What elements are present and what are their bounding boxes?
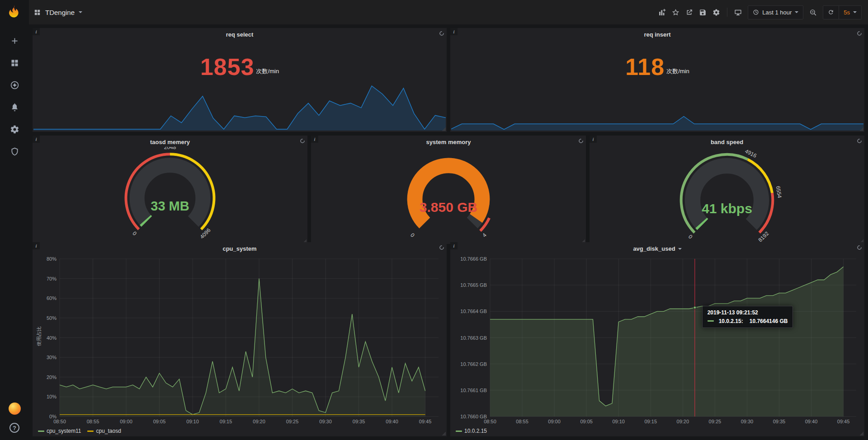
refresh-button[interactable] — [823, 6, 839, 19]
time-range-label: Last 1 hour — [762, 9, 792, 16]
svg-text:0: 0 — [131, 230, 138, 237]
info-icon[interactable]: i — [33, 28, 40, 35]
info-icon[interactable]: i — [450, 242, 458, 249]
panel-title-text: cpu_system — [222, 245, 256, 252]
svg-text:10.7662 GB: 10.7662 GB — [460, 361, 487, 367]
refresh-interval-label: 5s — [844, 9, 850, 16]
tooltip-series-name: 10.0.2.15: — [719, 318, 743, 324]
panel-title[interactable]: req insert — [450, 28, 864, 39]
dashboards-grid-icon[interactable] — [10, 58, 19, 68]
svg-text:09:20: 09:20 — [677, 419, 689, 424]
svg-text:09:30: 09:30 — [741, 419, 754, 424]
refresh-interval-caret-icon — [853, 11, 857, 13]
time-picker-button[interactable]: Last 1 hour — [748, 6, 803, 19]
svg-text:09:25: 09:25 — [286, 419, 299, 424]
svg-text:09:40: 09:40 — [805, 419, 818, 424]
svg-text:3.850 GB: 3.850 GB — [420, 200, 477, 215]
legend-item[interactable]: cpu_system11 — [38, 428, 81, 434]
user-avatar[interactable] — [9, 403, 21, 415]
alerting-bell-icon[interactable] — [10, 103, 19, 112]
panel-title-text: req select — [226, 31, 254, 38]
settings-gear-icon[interactable] — [712, 9, 720, 16]
svg-text:09:25: 09:25 — [709, 419, 722, 424]
legend-item[interactable]: 10.0.2.15 — [456, 428, 487, 434]
svg-text:30%: 30% — [47, 355, 57, 360]
legend-item[interactable]: cpu_taosd — [87, 428, 121, 434]
panel-title[interactable]: cpu_system — [33, 242, 447, 253]
panel-loading-icon — [439, 30, 444, 35]
svg-text:09:10: 09:10 — [612, 419, 625, 424]
time-picker[interactable]: Last 1 hour — [748, 5, 803, 19]
svg-text:40%: 40% — [47, 335, 57, 341]
zoom-out-icon[interactable] — [809, 9, 817, 16]
chart-legend: cpu_system11cpu_taosd — [33, 426, 447, 436]
panel-title[interactable]: system memory — [311, 136, 586, 147]
svg-text:08:55: 08:55 — [87, 419, 99, 424]
svg-text:09:35: 09:35 — [773, 419, 786, 424]
panel-title-text: taosd memery — [150, 139, 190, 145]
panel-title[interactable]: band speed — [590, 136, 864, 147]
panel-loading-icon — [439, 244, 444, 249]
panel-menu-caret-icon[interactable] — [678, 248, 682, 250]
explore-compass-icon[interactable] — [10, 80, 19, 90]
refresh-interval-picker[interactable]: 5s — [839, 6, 861, 19]
stat-unit: 次数/min — [666, 67, 689, 79]
panel-title[interactable]: taosd memery — [33, 136, 307, 147]
save-icon[interactable] — [699, 9, 707, 16]
svg-text:08:55: 08:55 — [516, 419, 528, 424]
info-icon[interactable]: i — [33, 242, 40, 249]
share-icon[interactable] — [685, 9, 693, 16]
svg-text:50%: 50% — [47, 315, 57, 321]
info-icon[interactable]: i — [590, 136, 597, 143]
sparkline-chart — [451, 81, 863, 131]
grafana-logo[interactable] — [0, 0, 29, 24]
dashboard-title[interactable]: TDengine — [45, 9, 75, 16]
svg-text:09:15: 09:15 — [220, 419, 232, 424]
create-plus-icon[interactable] — [10, 36, 19, 46]
time-series-chart[interactable]: 2019-11-13 09:21:52 10.0.2.15: 10.766414… — [452, 254, 862, 426]
refresh-icon — [828, 9, 834, 15]
add-panel-icon[interactable] — [658, 9, 666, 16]
svg-text:10.7663 GB: 10.7663 GB — [460, 335, 487, 341]
info-icon[interactable]: i — [33, 136, 40, 143]
tv-mode-icon[interactable] — [734, 9, 742, 16]
info-icon[interactable]: i — [311, 136, 318, 143]
gauge-chart: 049166554819241 kbps — [590, 147, 864, 244]
time-series-chart[interactable]: 使用占比 0%10%20%30%40%50%60%70%80%08:5008:5… — [34, 254, 444, 426]
svg-text:09:20: 09:20 — [253, 419, 265, 424]
configuration-gear-icon[interactable] — [10, 125, 19, 134]
sidebar-bottom: ? — [9, 403, 21, 433]
singlestat-value-group: 118 次数/min — [450, 55, 864, 79]
chart-tooltip: 2019-11-13 09:21:52 10.0.2.15: 10.766414… — [702, 306, 793, 328]
panel-loading-icon — [857, 30, 862, 35]
svg-text:09:45: 09:45 — [837, 419, 850, 424]
panel-loading-icon — [857, 137, 862, 143]
dashboard-grid-icon[interactable] — [33, 9, 41, 16]
info-icon[interactable]: i — [450, 28, 458, 35]
stat-unit: 次数/min — [256, 67, 279, 79]
dashboard-caret-icon[interactable] — [79, 11, 82, 13]
star-icon[interactable] — [672, 9, 679, 16]
svg-text:10%: 10% — [47, 394, 57, 399]
help-icon[interactable]: ? — [9, 423, 19, 433]
stat-value: 1853 — [200, 55, 255, 79]
refresh-group: 5s — [823, 5, 862, 19]
svg-text:41 kbps: 41 kbps — [702, 201, 752, 216]
svg-text:20%: 20% — [47, 374, 57, 380]
gauge-chart: 043.850 GB — [311, 147, 586, 244]
panel-title[interactable]: avg_disk_used — [450, 242, 864, 253]
svg-text:10.7665 GB: 10.7665 GB — [460, 282, 487, 288]
server-admin-shield-icon[interactable] — [10, 147, 19, 156]
svg-text:09:40: 09:40 — [386, 419, 398, 424]
svg-text:0: 0 — [687, 234, 694, 240]
stat-value: 118 — [625, 55, 665, 79]
svg-text:10.7661 GB: 10.7661 GB — [460, 388, 487, 393]
svg-text:09:30: 09:30 — [319, 419, 332, 424]
legend-color-dash — [456, 431, 462, 432]
y-axis-label: 使用占比 — [36, 327, 42, 346]
dashboard-row-3: i cpu_system 使用占比 0%10%20%30%40%50%60%70… — [33, 242, 864, 436]
panel-system-memory: i system memory 043.850 GB — [311, 136, 586, 244]
panel-title[interactable]: req select — [33, 28, 447, 39]
sidebar: ? — [0, 0, 29, 440]
tooltip-series-dash — [708, 320, 714, 322]
